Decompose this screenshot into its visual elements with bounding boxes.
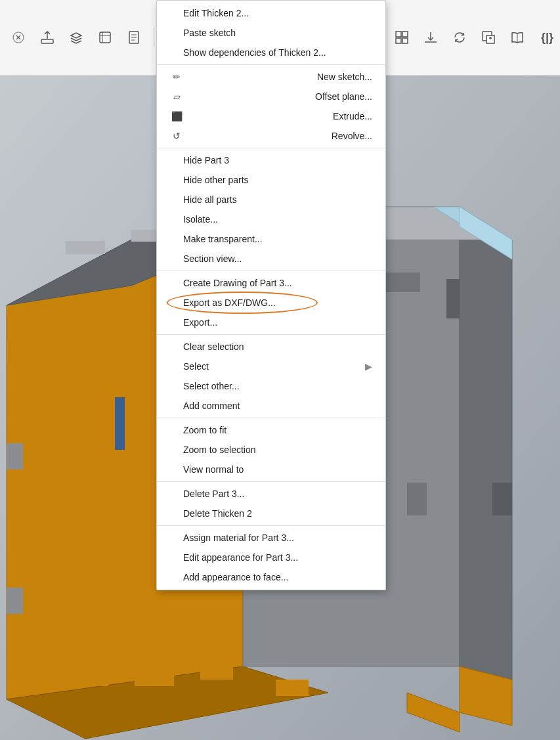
svg-marker-5 xyxy=(460,207,512,680)
menu-separator xyxy=(157,418,385,418)
menu-label-add-appearance-face: Add appearance to face... xyxy=(183,572,288,582)
menu-label-zoom-to-fit: Zoom to fit xyxy=(183,425,226,435)
context-menu: Edit Thicken 2...Paste sketchShow depend… xyxy=(156,0,386,590)
menu-label-hide-part3: Hide Part 3 xyxy=(183,155,229,165)
svg-rect-10 xyxy=(446,279,460,318)
svg-rect-37 xyxy=(396,38,401,43)
menu-label-delete-part3: Delete Part 3... xyxy=(183,489,244,499)
menu-label-select: Select xyxy=(183,361,209,372)
menu-label-new-sketch: New sketch... xyxy=(317,72,372,82)
menu-label-isolate: Isolate... xyxy=(183,214,218,225)
svg-rect-17 xyxy=(115,397,125,450)
book2-icon[interactable] xyxy=(506,26,529,49)
grid-icon[interactable] xyxy=(390,26,414,49)
svg-rect-38 xyxy=(402,38,408,43)
menu-item-edit-thicken[interactable]: Edit Thicken 2... xyxy=(157,3,385,23)
menu-label-create-drawing: Create Drawing of Part 3... xyxy=(183,278,292,288)
close-icon[interactable] xyxy=(7,26,30,49)
menu-label-clear-selection: Clear selection xyxy=(183,341,244,352)
menu-separator xyxy=(157,525,385,526)
bracket-icon[interactable]: {|} xyxy=(541,31,553,45)
svg-rect-22 xyxy=(7,443,23,469)
menu-label-add-comment: Add comment xyxy=(183,401,240,411)
menu-item-clear-selection[interactable]: Clear selection xyxy=(157,337,385,357)
submenu-arrow: ▶ xyxy=(365,361,372,372)
menu-label-revolve: Revolve... xyxy=(332,131,372,141)
menu-item-select-other[interactable]: Select other... xyxy=(157,376,385,396)
menu-label-zoom-to-selection: Zoom to selection xyxy=(183,445,256,455)
svg-rect-15 xyxy=(66,241,105,254)
menu-label-export: Export... xyxy=(183,317,217,328)
menu-label-make-transparent: Make transparent... xyxy=(183,234,263,244)
menu-item-section-view[interactable]: Section view... xyxy=(157,249,385,269)
menu-item-add-appearance-face[interactable]: Add appearance to face... xyxy=(157,567,385,587)
menu-label-select-other: Select other... xyxy=(183,381,240,391)
revolve-icon: ↺ xyxy=(170,131,183,141)
menu-item-offset-plane[interactable]: ▱Offset plane... xyxy=(157,87,385,106)
menu-label-assign-material: Assign material for Part 3... xyxy=(183,533,294,543)
menu-item-zoom-to-selection[interactable]: Zoom to selection xyxy=(157,440,385,460)
menu-item-hide-other-parts[interactable]: Hide other parts xyxy=(157,170,385,190)
menu-item-delete-part3[interactable]: Delete Part 3... xyxy=(157,484,385,504)
menu-label-offset-plane: Offset plane... xyxy=(315,91,372,102)
menu-label-section-view: Section view... xyxy=(183,253,242,264)
menu-separator xyxy=(157,271,385,271)
menu-item-export[interactable]: Export... xyxy=(157,313,385,332)
menu-label-hide-all-parts: Hide all parts xyxy=(183,194,237,205)
rotate-icon[interactable] xyxy=(448,26,471,49)
menu-item-add-comment[interactable]: Add comment xyxy=(157,396,385,416)
toolbar-right: {|} xyxy=(390,26,553,49)
menu-item-paste-sketch[interactable]: Paste sketch xyxy=(157,23,385,43)
menu-label-extrude: Extrude... xyxy=(333,111,372,121)
menu-item-delete-thicken2[interactable]: Delete Thicken 2 xyxy=(157,504,385,523)
menu-label-show-dependencies: Show dependencies of Thicken 2... xyxy=(183,47,326,58)
download-icon[interactable] xyxy=(419,26,442,49)
toolbar-separator-1 xyxy=(154,28,154,47)
menu-item-isolate[interactable]: Isolate... xyxy=(157,209,385,229)
menu-item-make-transparent[interactable]: Make transparent... xyxy=(157,229,385,249)
menu-separator xyxy=(157,148,385,148)
svg-rect-27 xyxy=(41,39,53,43)
layers-icon[interactable] xyxy=(64,26,88,49)
svg-rect-28 xyxy=(100,32,110,43)
menu-separator xyxy=(157,481,385,482)
svg-rect-11 xyxy=(69,666,108,686)
svg-rect-14 xyxy=(276,680,309,696)
book-icon[interactable] xyxy=(93,26,117,49)
extrude-icon: ⬛ xyxy=(170,111,183,121)
menu-label-paste-sketch: Paste sketch xyxy=(183,28,236,38)
menu-label-edit-thicken: Edit Thicken 2... xyxy=(183,8,249,18)
menu-item-view-normal-to[interactable]: View normal to xyxy=(157,460,385,479)
offset-plane-icon: ▱ xyxy=(170,91,183,102)
menu-item-zoom-to-fit[interactable]: Zoom to fit xyxy=(157,420,385,440)
svg-rect-13 xyxy=(200,660,233,680)
menu-item-hide-all-parts[interactable]: Hide all parts xyxy=(157,190,385,209)
menu-item-assign-material[interactable]: Assign material for Part 3... xyxy=(157,528,385,548)
menu-item-extrude[interactable]: ⬛Extrude... xyxy=(157,106,385,126)
export2-icon[interactable] xyxy=(477,26,500,49)
new-sketch-icon: ✏ xyxy=(170,72,183,82)
svg-rect-12 xyxy=(135,666,174,686)
doc-icon[interactable] xyxy=(122,26,146,49)
menu-label-delete-thicken2: Delete Thicken 2 xyxy=(183,508,252,519)
menu-item-show-dependencies[interactable]: Show dependencies of Thicken 2... xyxy=(157,43,385,62)
svg-rect-20 xyxy=(407,483,427,515)
svg-rect-9 xyxy=(381,272,420,292)
menu-item-create-drawing[interactable]: Create Drawing of Part 3... xyxy=(157,273,385,293)
menu-label-hide-other-parts: Hide other parts xyxy=(183,175,249,185)
svg-rect-36 xyxy=(402,32,408,37)
menu-item-export-dxf[interactable]: Export as DXF/DWG... xyxy=(157,293,385,313)
menu-item-select[interactable]: Select▶ xyxy=(157,357,385,376)
upload-icon[interactable] xyxy=(35,26,59,49)
svg-rect-23 xyxy=(7,588,23,614)
menu-label-view-normal-to: View normal to xyxy=(183,464,244,475)
menu-item-edit-appearance[interactable]: Edit appearance for Part 3... xyxy=(157,548,385,567)
menu-item-new-sketch[interactable]: ✏New sketch... xyxy=(157,67,385,87)
menu-item-hide-part3[interactable]: Hide Part 3 xyxy=(157,150,385,170)
menu-separator xyxy=(157,64,385,65)
menu-separator xyxy=(157,334,385,335)
menu-item-revolve[interactable]: ↺Revolve... xyxy=(157,126,385,146)
menu-label-edit-appearance: Edit appearance for Part 3... xyxy=(183,552,298,563)
menu-label-export-dxf: Export as DXF/DWG... xyxy=(183,297,276,308)
svg-rect-21 xyxy=(492,483,512,515)
